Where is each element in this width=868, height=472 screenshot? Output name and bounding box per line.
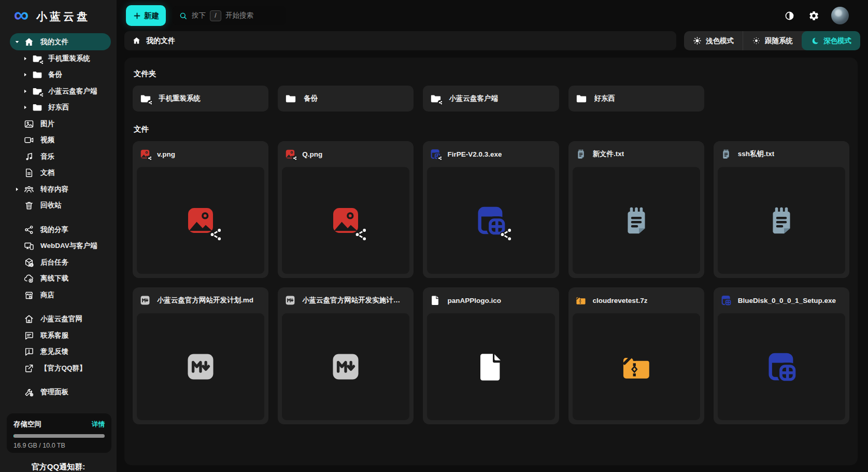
theme-option-sun-auto[interactable]: 跟随系统 [743, 31, 802, 50]
sidebar-item-label: 手机重装系统 [0, 54, 90, 63]
breadcrumb[interactable]: 我的文件 [124, 31, 676, 50]
sidebar-item-home[interactable]: 我的文件 [0, 33, 117, 50]
sidebar-item-folder-shared[interactable]: 手机重装系统 [0, 50, 117, 67]
sidebar-item-folder[interactable]: 备份 [0, 67, 117, 84]
folder-icon [285, 93, 296, 104]
topbar: 新建 按下 / 开始搜索 [117, 0, 868, 31]
sidebar-item-music[interactable]: 音乐 [0, 148, 117, 165]
folder-card[interactable]: 小蓝云盘客户端 [423, 86, 559, 112]
file-card[interactable]: Q.png [278, 141, 414, 278]
file-card[interactable]: 新文件.txt [568, 141, 704, 278]
sidebar-item-chat[interactable]: 联系客服 [0, 327, 117, 344]
file-preview[interactable] [718, 167, 845, 274]
search-input[interactable]: 按下 / 开始搜索 [173, 6, 286, 25]
folder-card[interactable]: 手机重装系统 [133, 86, 268, 112]
folders-heading: 文件夹 [134, 69, 849, 79]
search-placeholder-suffix: 开始搜索 [225, 11, 253, 20]
sidebar-item-share[interactable]: 我的分享 [0, 221, 117, 238]
file-preview[interactable] [137, 167, 264, 274]
slash-key-chip: / [210, 10, 221, 21]
app-blue-file-icon [720, 295, 732, 306]
sidebar-item-video[interactable]: 视频 [0, 132, 117, 149]
folder-name: 备份 [304, 94, 318, 103]
file-name: panAPPlogo.ico [447, 297, 501, 304]
note-slate-file-icon [765, 204, 798, 237]
sidebar-item-cloud-download[interactable]: 离线下载 [0, 271, 117, 287]
file-card[interactable]: v.png [133, 141, 268, 278]
theme-option-label: 浅色模式 [706, 36, 734, 46]
sidebar-item-document[interactable]: 文档 [0, 165, 117, 182]
file-preview[interactable] [282, 313, 409, 420]
sidebar-item-label: 转存内容 [0, 185, 68, 194]
sidebar-item-feedback[interactable]: 意见反馈 [0, 344, 117, 360]
file-preview[interactable] [282, 167, 409, 274]
main-area: 新建 按下 / 开始搜索 我的文件 浅色模式跟随系统深色模式 文件夹 手机重装系… [117, 0, 868, 472]
sidebar-item-folder[interactable]: 好东西 [0, 100, 117, 116]
theme-option-moon[interactable]: 深色模式 [802, 31, 860, 50]
file-name: Q.png [302, 150, 322, 158]
file-card-header: 小蓝云盘官方网站开发实施计… [278, 287, 414, 313]
search-icon [179, 11, 188, 20]
file-card[interactable]: cloudrevetest.7z [568, 287, 704, 424]
zip-orange-file-icon [620, 350, 653, 383]
search-placeholder-prefix: 按下 [192, 11, 206, 20]
file-preview[interactable] [427, 167, 554, 274]
sidebar-item-devices[interactable]: WebDAV与客户端 [0, 238, 117, 255]
file-preview[interactable] [718, 313, 845, 420]
note-slate-file-icon [575, 148, 587, 160]
sidebar-item-group[interactable]: 转存内容 [0, 181, 117, 198]
file-card[interactable]: 小蓝云盘官方网站开发计划.md [133, 287, 268, 424]
sidebar-item-folder-shared[interactable]: 小蓝云盘客户端 [0, 83, 117, 100]
sidebar-item-external-link[interactable]: 【官方QQ群】 [0, 360, 117, 377]
sidebar-item-trash[interactable]: 回收站 [0, 198, 117, 214]
files-grid: v.pngQ.pngFirPE-V2.0.3.exe新文件.txtssh私钥.t… [133, 141, 849, 424]
file-card[interactable]: 小蓝云盘官方网站开发实施计… [278, 287, 414, 424]
sidebar-spacer [0, 214, 117, 221]
folder-card[interactable]: 备份 [278, 86, 414, 112]
sidebar-item-label: 音乐 [0, 152, 54, 161]
svg-text:∞: ∞ [14, 7, 29, 26]
zip-orange-file-icon [575, 295, 587, 306]
sidebar-nav: 我的文件手机重装系统备份小蓝云盘客户端好东西图片视频音乐文档转存内容回收站我的分… [0, 33, 117, 400]
sidebar-item-store[interactable]: 商店 [0, 287, 117, 303]
file-card-header: v.png [133, 141, 268, 167]
theme-contrast-button[interactable] [784, 10, 795, 21]
folder-name: 小蓝云盘客户端 [449, 94, 498, 103]
sidebar-item-label: 小蓝云盘官网 [0, 314, 82, 324]
file-preview[interactable] [427, 313, 554, 420]
sidebar-item-home-outline[interactable]: 小蓝云盘官网 [0, 311, 117, 328]
storage-details-link[interactable]: 详情 [92, 420, 105, 429]
share-badge-icon [147, 155, 153, 161]
file-card[interactable]: BlueDisk_0_0_0_1_Setup.exe [714, 287, 849, 424]
settings-button[interactable] [808, 10, 819, 21]
file-name: v.png [157, 150, 175, 158]
folder-card[interactable]: 好东西 [568, 86, 704, 112]
storage-title: 存储空间 [13, 420, 41, 429]
file-white-file-icon [474, 350, 507, 383]
file-name: 新文件.txt [593, 149, 624, 159]
app-blue-file-icon [430, 148, 441, 160]
sidebar-item-tasks[interactable]: 后台任务 [0, 254, 117, 271]
sidebar-item-label: 文档 [0, 168, 54, 177]
file-preview[interactable] [573, 167, 700, 274]
new-button[interactable]: 新建 [126, 5, 166, 26]
file-preview[interactable] [573, 313, 700, 420]
file-card[interactable]: ssh私钥.txt [714, 141, 849, 278]
moon-icon [811, 37, 819, 45]
contrast-icon [784, 10, 795, 21]
app-logo[interactable]: ∞ 小蓝云盘 [0, 0, 117, 31]
files-heading: 文件 [134, 124, 849, 134]
sidebar-item-label: WebDAV与客户端 [0, 241, 97, 251]
sidebar-item-image[interactable]: 图片 [0, 116, 117, 132]
sidebar: ∞ 小蓝云盘 我的文件手机重装系统备份小蓝云盘客户端好东西图片视频音乐文档转存内… [0, 0, 117, 472]
file-card[interactable]: panAPPlogo.ico [423, 287, 559, 424]
file-preview[interactable] [137, 313, 264, 420]
file-white-file-icon [430, 295, 441, 306]
note-slate-file-icon [720, 148, 732, 160]
file-card[interactable]: FirPE-V2.0.3.exe [423, 141, 559, 278]
file-name: 小蓝云盘官方网站开发实施计… [302, 296, 400, 305]
share-badge-icon [437, 100, 444, 106]
sidebar-item-admin[interactable]: 管理面板 [0, 384, 117, 401]
avatar[interactable] [831, 7, 849, 24]
theme-option-sun[interactable]: 浅色模式 [684, 31, 743, 50]
